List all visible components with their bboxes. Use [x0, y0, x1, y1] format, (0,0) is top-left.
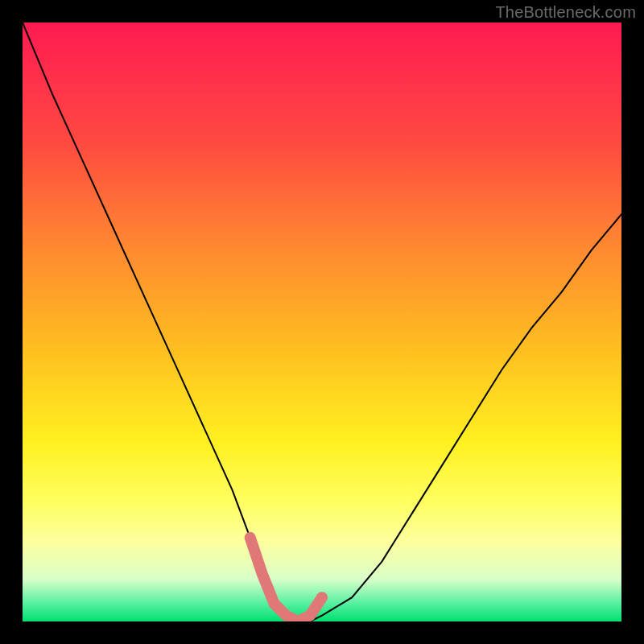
bottleneck-curve — [23, 23, 621, 621]
chart-plot-area — [23, 23, 621, 621]
flat-zone-marker — [250, 538, 322, 621]
chart-frame: TheBottleneck.com — [0, 0, 644, 644]
watermark-text: TheBottleneck.com — [495, 3, 636, 22]
chart-svg — [23, 23, 621, 621]
